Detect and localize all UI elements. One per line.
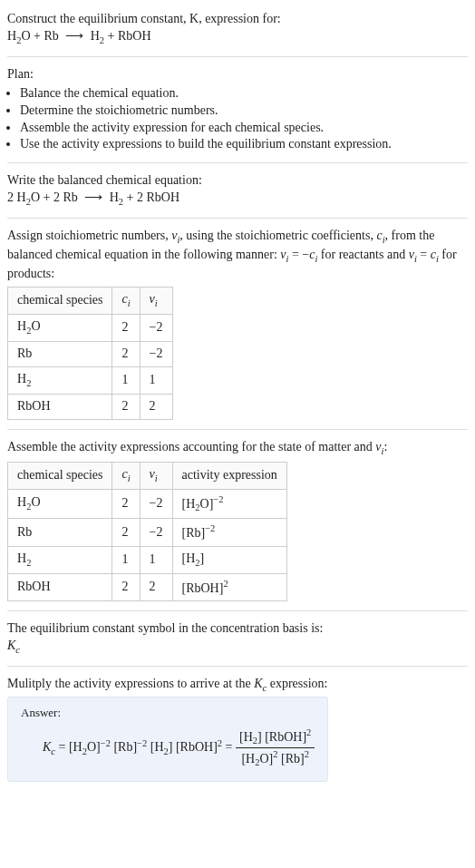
cell-species: Rb xyxy=(8,519,112,547)
text: H xyxy=(17,319,26,333)
species: H xyxy=(91,29,100,43)
multiply-section: Mulitply the activity expressions to arr… xyxy=(7,670,468,787)
balanced-section: Write the balanced chemical equation: 2 … xyxy=(7,167,468,214)
divider xyxy=(7,666,468,667)
cell-species: RbOH xyxy=(8,573,112,601)
text: [H xyxy=(150,740,164,754)
text: [Rb] xyxy=(113,740,137,754)
k-symbol: K xyxy=(7,639,15,652)
stoich-table: chemical species ci νi H2O 2 −2 Rb 2 −2 … xyxy=(7,287,173,420)
cell-species: RbOH xyxy=(8,394,112,419)
text: expression: xyxy=(267,677,327,690)
text: = xyxy=(417,248,431,261)
cell-v: 2 xyxy=(140,394,172,419)
cell-activity: [Rb]−2 xyxy=(172,519,286,547)
text: , using the stoichiometric coefficients, xyxy=(179,229,376,242)
col-species: chemical species xyxy=(8,462,112,489)
table-row: H2 1 1 xyxy=(8,366,173,394)
subscript: 2 xyxy=(26,558,31,568)
subscript: i xyxy=(155,298,158,308)
k-symbol: K xyxy=(254,677,262,690)
intro-equation: H2O + Rb ⟶ H2 + RbOH xyxy=(7,28,468,47)
table-row: H2 1 1 [H2] xyxy=(8,546,287,573)
table-row: H2O 2 −2 xyxy=(8,314,173,341)
col-activity: activity expression xyxy=(172,462,286,489)
cell-c: 1 xyxy=(112,366,140,394)
text: = xyxy=(222,740,236,754)
text: O] xyxy=(87,740,101,754)
cell-activity: [RbOH]2 xyxy=(172,573,286,601)
table-row: RbOH 2 2 xyxy=(8,394,173,419)
intro-section: Construct the equilibrium constant, K, e… xyxy=(7,5,468,53)
intro-line: Construct the equilibrium constant, K, e… xyxy=(7,11,468,28)
text: [H xyxy=(182,496,196,510)
table-row: RbOH 2 2 [RbOH]2 xyxy=(8,573,287,601)
text: O] xyxy=(200,496,214,510)
kc-symbol: Kc xyxy=(7,638,468,657)
col-c: ci xyxy=(112,462,140,489)
cell-species: H2 xyxy=(8,546,112,573)
table-row: Rb 2 −2 [Rb]−2 xyxy=(8,519,287,547)
text: [H xyxy=(241,752,255,766)
cell-c: 2 xyxy=(112,519,140,547)
arrow-icon: ⟶ xyxy=(81,190,106,207)
subscript: i xyxy=(155,473,158,483)
cell-c: 2 xyxy=(112,341,140,366)
plan-section: Plan: Balance the chemical equation. Det… xyxy=(7,61,468,159)
text: [RbOH] xyxy=(176,740,218,754)
divider xyxy=(7,162,468,163)
table-row: H2O 2 −2 [H2O]−2 xyxy=(8,489,287,519)
divider xyxy=(7,610,468,611)
subscript: c xyxy=(15,645,20,655)
species: H xyxy=(7,29,16,43)
list-item: Determine the stoichiometric numbers. xyxy=(20,102,468,120)
activity-text: Assemble the activity expressions accoun… xyxy=(7,439,468,458)
species-tail: + 2 RbOH xyxy=(123,190,179,204)
activity-table: chemical species ci νi activity expressi… xyxy=(7,462,287,602)
text: for reactants and xyxy=(317,248,408,261)
subscript: 2 xyxy=(26,378,31,388)
col-species: chemical species xyxy=(8,288,112,315)
text: RbOH xyxy=(17,580,51,593)
species: 2 H xyxy=(7,190,26,204)
denominator: [H2O]2 [Rb]2 xyxy=(236,748,315,770)
cell-species: H2O xyxy=(8,314,112,341)
superscript: −2 xyxy=(101,737,111,747)
text: H xyxy=(17,551,26,565)
divider xyxy=(7,218,468,219)
superscript: −2 xyxy=(137,737,147,747)
text: O xyxy=(31,319,40,333)
activity-section: Assemble the activity expressions accoun… xyxy=(7,434,468,608)
balanced-title: Write the balanced chemical equation: xyxy=(7,172,468,190)
answer-box: Answer: Kc = [H2O]−2 [Rb]−2 [H2] [RbOH]2… xyxy=(7,697,328,782)
text: [RbOH] xyxy=(182,580,224,594)
text: RbOH xyxy=(17,399,51,413)
list-item: Use the activity expressions to build th… xyxy=(20,136,468,153)
superscript: 2 xyxy=(306,727,311,737)
cell-v: 2 xyxy=(140,573,172,601)
cell-activity: [H2O]−2 xyxy=(172,489,286,519)
cell-c: 2 xyxy=(112,489,140,519)
col-nu: νi xyxy=(140,462,172,489)
subscript: i xyxy=(128,473,131,483)
cell-v: −2 xyxy=(140,341,172,366)
answer-label: Answer: xyxy=(21,705,315,721)
cell-activity: [H2] xyxy=(172,546,286,573)
species-tail: + RbOH xyxy=(104,29,150,43)
text: = xyxy=(55,740,69,754)
text: Mulitply the activity expressions to arr… xyxy=(7,677,254,690)
cell-species: H2 xyxy=(8,366,112,394)
stoich-text: Assign stoichiometric numbers, νi, using… xyxy=(7,228,468,283)
text: Rb xyxy=(17,525,32,539)
numerator: [H2] [RbOH]2 xyxy=(236,727,315,749)
text: Assemble the activity expressions accoun… xyxy=(7,440,375,454)
text: [H xyxy=(239,729,253,743)
superscript: 2 xyxy=(223,579,228,589)
text: [H xyxy=(182,551,196,565)
text: O xyxy=(31,495,40,509)
table-row: Rb 2 −2 xyxy=(8,341,173,366)
col-nu: νi xyxy=(140,288,172,315)
superscript: −2 xyxy=(213,494,223,504)
col-c: ci xyxy=(112,288,140,315)
text: O] xyxy=(259,752,273,766)
